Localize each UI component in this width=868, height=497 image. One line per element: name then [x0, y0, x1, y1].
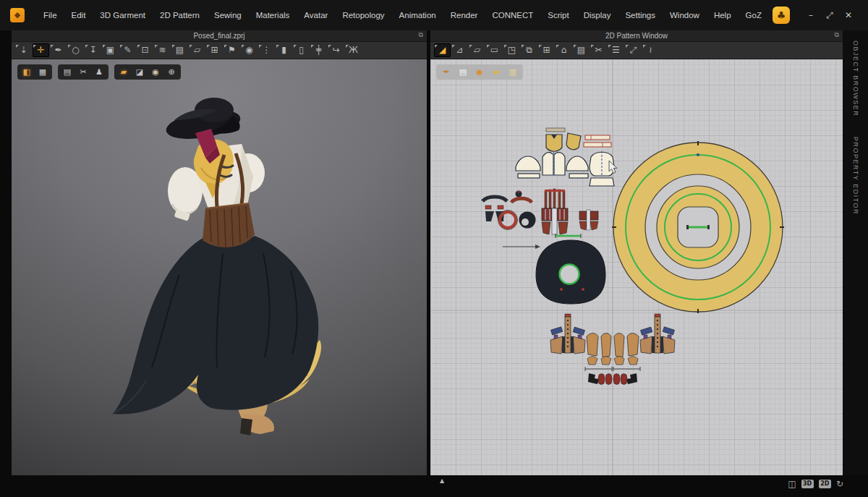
split-view-button[interactable]: ◫ [788, 480, 796, 488]
menu-render[interactable]: Render [443, 7, 485, 24]
toggle-show-avatar[interactable]: ♟ [92, 66, 106, 78]
toggle-show-garment-shaded[interactable]: ▦ [35, 66, 50, 78]
select-move-tool[interactable]: ✛ [33, 43, 49, 57]
garment-skirt[interactable] [113, 236, 318, 415]
menu-edit[interactable]: Edit [64, 7, 93, 24]
toggle-show-garment[interactable]: ▤ [60, 66, 75, 78]
brush-2d-tool[interactable]: ✒ [439, 66, 454, 78]
wind-tool[interactable]: ⚑ [224, 43, 240, 57]
viewport-2d[interactable]: ✒▤◉▰▥ [430, 59, 843, 475]
pleats-tool[interactable]: ☰ [608, 43, 624, 57]
toggle-show-sewing[interactable]: ✂ [76, 66, 90, 78]
toggle-fabric-2d[interactable]: ▰ [489, 66, 503, 78]
garment-3d-render[interactable] [12, 59, 427, 475]
float-window-icon[interactable]: ⧉ [835, 31, 839, 39]
menu-3d-garment[interactable]: 3D Garment [93, 7, 153, 24]
menu-window[interactable]: Window [663, 7, 707, 24]
zipper-tool[interactable]: ⋮ [258, 43, 275, 57]
tab-object-browser[interactable]: OBJECT BROWSER [852, 41, 859, 116]
bend-tool[interactable]: ↪ [328, 43, 344, 57]
pattern-boot-pieces-right[interactable] [613, 314, 675, 385]
bottom-bar: ▲ ◫3D2D↻ [0, 475, 868, 497]
create-internal-shape-tool[interactable]: ◳ [503, 43, 520, 57]
pin-box-tool[interactable]: ▣ [102, 43, 119, 57]
menu-animation[interactable]: Animation [392, 7, 443, 24]
copy-pattern-tool[interactable]: ⧉ [521, 43, 537, 57]
flatten-right-tool[interactable]: ▯ [293, 43, 310, 57]
button-tool[interactable]: ◉ [241, 43, 258, 57]
toggle-grid-globe[interactable]: ⊕ [164, 66, 179, 78]
close-button[interactable]: ✕ [841, 7, 856, 23]
toggle-pattern-info[interactable]: ◉ [472, 66, 487, 78]
pattern-skirt-yoke-piece[interactable] [536, 240, 605, 304]
sewing-needle-tool[interactable]: ✎ [119, 43, 136, 57]
press-tool[interactable]: ╪ [310, 43, 327, 57]
main-menus: FileEdit3D Garment2D PatternSewingMateri… [36, 7, 769, 24]
pin-tool[interactable]: ↧ [85, 43, 101, 57]
viewport-3d[interactable]: ◧▦ ▤✂♟ ▰◪◉⊕ [12, 59, 427, 475]
float-window-icon[interactable]: ⧉ [419, 31, 423, 39]
minimize-button[interactable]: – [803, 7, 819, 23]
select-brush-tool[interactable]: ✒ [50, 43, 67, 57]
steam-tool[interactable]: ≋ [154, 43, 171, 57]
menu-connect[interactable]: CONNECT [485, 7, 540, 24]
toggle-show-garment-2d[interactable]: ▤ [456, 66, 470, 78]
show-shirt-tool[interactable]: ▤ [171, 43, 188, 57]
menu-file[interactable]: File [36, 7, 64, 24]
menu-settings[interactable]: Settings [618, 7, 663, 24]
window-controls: –⤢✕ [803, 7, 856, 23]
simulate-tool[interactable]: ⇣ [15, 43, 32, 57]
panel-3d-titlebar[interactable]: Posed_final.zprj ⧉ [12, 30, 427, 42]
select-lasso-tool[interactable]: ○ [67, 43, 84, 57]
toggle-show-3d-gizmo[interactable]: ◧ [20, 66, 34, 78]
toggle-avatar-skin[interactable]: ◉ [148, 66, 163, 78]
tab-property-editor[interactable]: PROPERTY EDITOR [852, 137, 859, 215]
menu-display[interactable]: Display [576, 7, 618, 24]
pattern-move-tool[interactable]: ▱ [189, 43, 205, 57]
fit-garment-tool[interactable]: ⊡ [137, 43, 153, 57]
iron-tool[interactable]: ⌂ [556, 43, 572, 57]
pattern-circle-skirt[interactable] [612, 141, 784, 313]
toggle-group-surface: ▰◪◉⊕ [114, 64, 181, 80]
transform-pattern-tool[interactable]: ◢ [434, 43, 451, 57]
menu-materials[interactable]: Materials [249, 7, 297, 24]
create-rectangle-tool[interactable]: ▭ [486, 43, 503, 57]
account-icon[interactable]: ♣ [773, 7, 790, 24]
toggle-fabric-texture[interactable]: ▰ [116, 66, 131, 78]
pattern-corset-pieces[interactable] [542, 189, 598, 234]
toggle-colored-pattern[interactable]: ▥ [506, 66, 520, 78]
show-garment-tool[interactable]: ▤ [573, 43, 590, 57]
pattern-collar-pieces[interactable] [482, 191, 536, 230]
app-logo-icon[interactable]: ◆ [10, 8, 25, 22]
pattern-scarf-pieces[interactable] [546, 128, 581, 151]
menu-retopology[interactable]: Retopology [335, 7, 391, 24]
pattern-boot-pieces-left[interactable] [550, 314, 612, 385]
create-polygon-tool[interactable]: ▱ [469, 43, 485, 57]
panel-3d: Posed_final.zprj ⧉ ⇣✛✒○↧▣✎⊡≋▤▱⊞⚑◉⋮▮▯╪↪Ж … [12, 30, 427, 475]
menu-script[interactable]: Script [540, 7, 576, 24]
menu-avatar[interactable]: Avatar [297, 7, 335, 24]
restore-button[interactable]: ⤢ [822, 7, 838, 23]
sewing-tool[interactable]: ✂ [590, 43, 607, 57]
pattern-waistband-pieces[interactable] [584, 135, 611, 147]
menu-help[interactable]: Help [707, 7, 739, 24]
menu-goz[interactable]: GoZ [739, 7, 769, 24]
pattern-canvas[interactable] [430, 59, 843, 475]
view-2d-button[interactable]: 2D [819, 480, 831, 488]
view-3d-button[interactable]: 3D [801, 480, 814, 488]
edit-pattern-tool[interactable]: ⊿ [451, 43, 468, 57]
flatten-left-tool[interactable]: ▮ [276, 43, 292, 57]
elastic-tool[interactable]: ≀ [642, 43, 659, 57]
left-gutter [0, 30, 12, 475]
grading-tool[interactable]: ⊞ [538, 43, 555, 57]
expand-timeline-icon[interactable]: ▲ [440, 477, 444, 484]
sync-button[interactable]: ↻ [836, 480, 843, 488]
pattern-blouse-pieces[interactable] [516, 151, 614, 186]
toggle-mesh[interactable]: ◪ [132, 66, 147, 78]
menu-2d-pattern[interactable]: 2D Pattern [153, 7, 207, 24]
panel-2d-titlebar[interactable]: 2D Pattern Window ⧉ [430, 30, 843, 42]
pose-tool[interactable]: Ж [345, 43, 362, 57]
quad-mesh-tool[interactable]: ⊞ [206, 43, 223, 57]
menu-sewing[interactable]: Sewing [207, 7, 249, 24]
measure-tool[interactable]: ⤢ [625, 43, 642, 57]
